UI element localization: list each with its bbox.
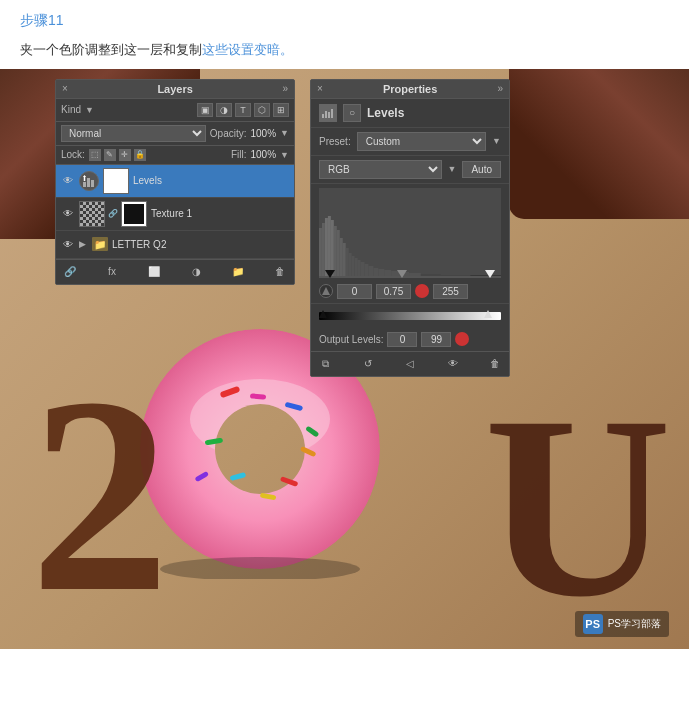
properties-panel-title: Properties [383,83,437,95]
auto-button[interactable]: Auto [462,161,501,178]
layers-trash-btn[interactable]: 🗑 [272,264,288,280]
histogram-mid-handle[interactable] [397,270,407,278]
layers-panel: × Layers » Kind ▼ ▣ ◑ T ⬡ ⊞ Normal [55,79,295,285]
prop-reset-btn[interactable]: ↺ [360,356,376,372]
prop-visibility-btn[interactable]: 👁 [445,356,461,372]
prop-clip-btn[interactable]: ⧉ [317,356,333,372]
svg-text:2: 2 [30,339,170,619]
layer-levels[interactable]: 👁 Levels [56,165,294,198]
layer-texture1-name: Texture 1 [151,208,289,219]
preset-row: Preset: Custom ▼ [311,128,509,156]
lock-transparent-btn[interactable]: ⬚ [89,149,101,161]
fill-arrow: ▼ [280,150,289,160]
texture-top-right [509,69,689,219]
output-red-dot[interactable] [455,332,469,346]
output-black-handle[interactable] [319,310,327,318]
layers-fx-btn[interactable]: fx [104,264,120,280]
lock-row: Lock: ⬚ ✎ ✛ 🔒 Fill: 100% ▼ [56,146,294,165]
svg-rect-34 [340,238,343,276]
watermark-text: PS学习部落 [608,617,661,631]
blend-mode-dropdown[interactable]: Normal [61,125,206,142]
kind-dropdown-arrow: ▼ [85,105,94,115]
histogram-black-handle[interactable] [325,270,335,278]
svg-rect-41 [361,262,365,276]
properties-panel-header: × Properties » [311,80,509,99]
input-red-dot[interactable] [415,284,429,298]
properties-panel-close[interactable]: × [317,83,323,94]
svg-rect-38 [352,256,355,276]
layers-panel-close[interactable]: × [62,83,68,94]
prop-trash-btn[interactable]: 🗑 [487,356,503,372]
layer-texture1-eye[interactable]: 👁 [61,207,75,221]
filter-pixel-btn[interactable]: ▣ [197,103,213,117]
layer-texture1-thumb [79,201,105,227]
output-black-value[interactable] [387,332,417,347]
layer-folder-name: LETTER Q2 [112,239,289,250]
output-slider-container [319,310,501,322]
output-white-handle[interactable] [484,310,492,318]
layers-panel-header: × Layers » [56,80,294,99]
properties-histogram-icon[interactable] [319,104,337,122]
svg-rect-37 [349,253,352,276]
output-levels-row: Output Levels: [311,328,509,351]
layers-adj-btn[interactable]: ◑ [188,264,204,280]
filter-adj-btn[interactable]: ◑ [216,103,232,117]
svg-rect-35 [343,243,346,276]
layer-texture1-mask [121,201,147,227]
preset-dropdown[interactable]: Custom [357,132,486,151]
filter-shape-btn[interactable]: ⬡ [254,103,270,117]
filter-type-btn[interactable]: T [235,103,251,117]
watermark: PS PS学习部落 [575,611,669,637]
svg-rect-22 [322,114,324,118]
svg-rect-17 [83,182,86,187]
properties-bottom-toolbar: ⧉ ↺ ◁ 👁 🗑 [311,351,509,376]
layers-folder-btn[interactable]: 📁 [230,264,246,280]
lock-all-btn[interactable]: 🔒 [134,149,146,161]
properties-panel-expand[interactable]: » [497,83,503,94]
svg-rect-30 [328,216,331,276]
lock-label: Lock: [61,149,85,160]
filter-smart-btn[interactable]: ⊞ [273,103,289,117]
description-link[interactable]: 这些设置变暗。 [202,42,293,57]
svg-rect-31 [331,220,334,276]
svg-rect-33 [337,230,340,276]
page-container: 步骤11 夹一个色阶调整到这一层和复制这些设置变暗。 [0,0,689,717]
layer-folder-letterq2[interactable]: 👁 ▶ 📁 LETTER Q2 [56,231,294,259]
layer-folder-eye[interactable]: 👁 [61,237,75,251]
lock-pixels-btn[interactable]: ✎ [104,149,116,161]
input-values-row [311,282,509,304]
svg-text:U: U [484,362,672,619]
layer-levels-eye[interactable]: 👁 [61,174,75,188]
input-mid-level[interactable] [376,284,411,299]
svg-rect-18 [87,178,90,187]
opacity-value: 100% [251,128,277,139]
svg-rect-36 [346,248,349,276]
properties-icon-row: ○ Levels [311,99,509,128]
levels-title: Levels [367,106,404,120]
input-black-level[interactable] [337,284,372,299]
levels-mountain-icon [319,284,333,298]
channel-dropdown[interactable]: RGB [319,160,442,179]
histogram-white-handle[interactable] [485,270,495,278]
output-label: Output Levels: [319,334,383,345]
layers-panel-title: Layers [157,83,192,95]
output-white-value[interactable] [421,332,451,347]
preset-arrow: ▼ [492,136,501,146]
prop-prev-btn[interactable]: ◁ [402,356,418,372]
input-white-level[interactable] [433,284,468,299]
step-description: 夹一个色阶调整到这一层和复制这些设置变暗。 [20,40,669,61]
letter-2-area: 2 [20,299,240,619]
layers-link-btn[interactable]: 🔗 [62,264,78,280]
svg-rect-19 [91,180,94,187]
layer-texture1[interactable]: 👁 🔗 Texture 1 [56,198,294,231]
top-text-area: 步骤11 夹一个色阶调整到这一层和复制这些设置变暗。 [0,0,689,69]
layers-mask-btn[interactable]: ⬜ [146,264,162,280]
fill-label: Fill: [231,149,247,160]
layers-panel-expand[interactable]: » [282,83,288,94]
svg-rect-28 [322,223,325,276]
lock-position-btn[interactable]: ✛ [119,149,131,161]
svg-rect-44 [373,268,378,276]
fill-value: 100% [251,149,277,160]
properties-circle-icon[interactable]: ○ [343,104,361,122]
svg-rect-27 [319,228,322,276]
